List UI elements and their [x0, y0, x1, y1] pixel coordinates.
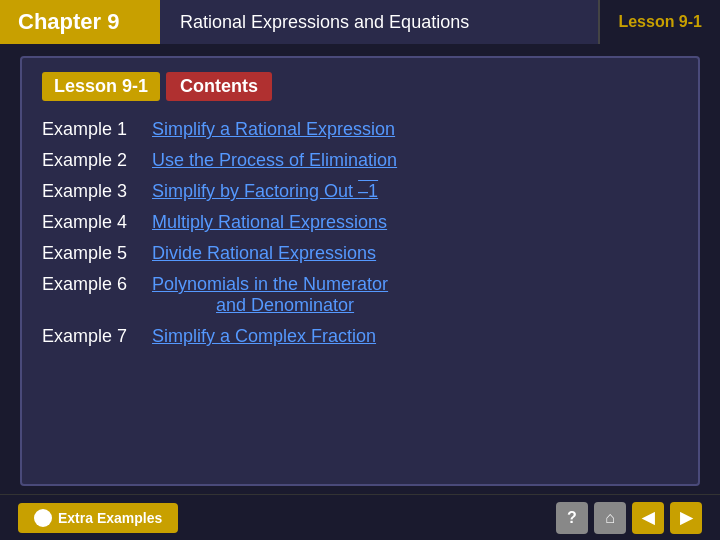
- chapter-label-text: Chapter 9: [18, 9, 119, 35]
- example-label-5: Example 5: [42, 243, 152, 264]
- contents-text: Contents: [180, 76, 258, 96]
- prev-icon: ◀: [642, 508, 654, 527]
- header-lesson: Lesson 9-1: [598, 0, 720, 44]
- example-label-6: Example 6: [42, 274, 152, 295]
- extra-examples-label: Extra Examples: [58, 510, 162, 526]
- prev-button[interactable]: ◀: [632, 502, 664, 534]
- header-lesson-text: Lesson 9-1: [618, 13, 702, 31]
- example-row-7: Example 7Simplify a Complex Fraction: [42, 326, 678, 347]
- example-label-3: Example 3: [42, 181, 152, 202]
- example-label-4: Example 4: [42, 212, 152, 233]
- header: Chapter 9 Rational Expressions and Equat…: [0, 0, 720, 44]
- examples-list: Example 1Simplify a Rational ExpressionE…: [42, 119, 678, 347]
- example-link-2[interactable]: Use the Process of Elimination: [152, 150, 397, 171]
- extra-examples-button[interactable]: Extra Examples: [18, 503, 178, 533]
- extra-examples-icon: [34, 509, 52, 527]
- contents-badge: Contents: [166, 72, 272, 101]
- example-row-3: Example 3Simplify by Factoring Out –1: [42, 181, 678, 202]
- example-link-line1-6: Polynomials in the Numerator: [152, 274, 388, 295]
- example-link-3[interactable]: Simplify by Factoring Out –1: [152, 181, 378, 202]
- header-title: Rational Expressions and Equations: [160, 0, 598, 44]
- home-icon: ⌂: [605, 509, 615, 527]
- header-title-text: Rational Expressions and Equations: [180, 12, 469, 33]
- example-row-5: Example 5Divide Rational Expressions: [42, 243, 678, 264]
- help-button[interactable]: ?: [556, 502, 588, 534]
- example-link-5[interactable]: Divide Rational Expressions: [152, 243, 376, 264]
- example-link-7[interactable]: Simplify a Complex Fraction: [152, 326, 376, 347]
- main-content: Lesson 9-1 Contents Example 1Simplify a …: [20, 56, 700, 486]
- next-icon: ▶: [680, 508, 692, 527]
- example-row-2: Example 2Use the Process of Elimination: [42, 150, 678, 171]
- example-link-4[interactable]: Multiply Rational Expressions: [152, 212, 387, 233]
- example-label-1: Example 1: [42, 119, 152, 140]
- example-row-1: Example 1Simplify a Rational Expression: [42, 119, 678, 140]
- chapter-label: Chapter 9: [0, 0, 160, 44]
- help-icon: ?: [567, 509, 577, 527]
- example-row-4: Example 4Multiply Rational Expressions: [42, 212, 678, 233]
- bottom-bar: Extra Examples ? ⌂ ◀ ▶: [0, 494, 720, 540]
- next-button[interactable]: ▶: [670, 502, 702, 534]
- example-link-1[interactable]: Simplify a Rational Expression: [152, 119, 395, 140]
- lesson-num-badge: Lesson 9-1: [42, 72, 160, 101]
- example-row-6: Example 6Polynomials in the Numeratorand…: [42, 274, 678, 316]
- example-link-line2-6: and Denominator: [152, 295, 388, 316]
- lesson-num-text: Lesson 9-1: [54, 76, 148, 96]
- home-button[interactable]: ⌂: [594, 502, 626, 534]
- example-link-6[interactable]: Polynomials in the Numeratorand Denomina…: [152, 274, 388, 316]
- lesson-label-row: Lesson 9-1 Contents: [42, 72, 678, 101]
- nav-buttons: ? ⌂ ◀ ▶: [556, 502, 702, 534]
- example-label-7: Example 7: [42, 326, 152, 347]
- example-label-2: Example 2: [42, 150, 152, 171]
